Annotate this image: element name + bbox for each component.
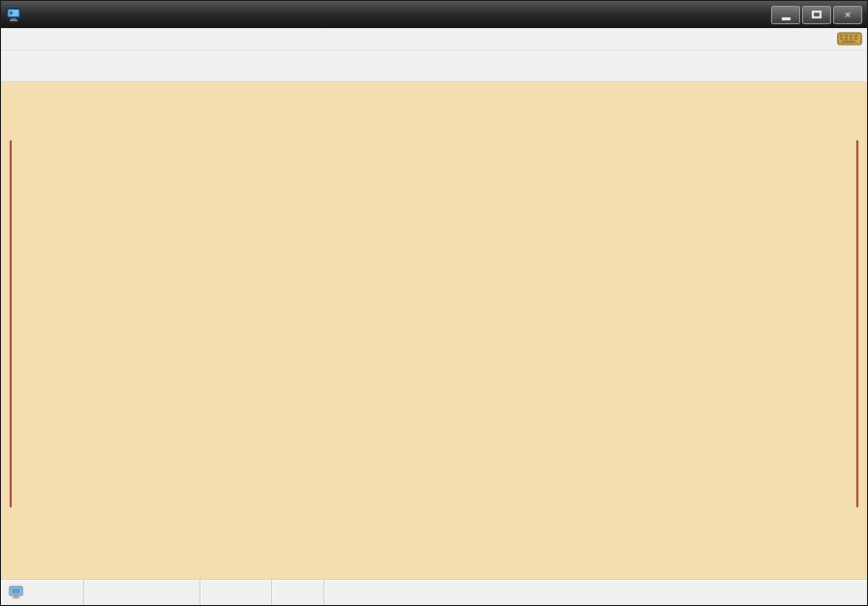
title-bar[interactable]: × xyxy=(1,1,867,28)
terminal-box-border-right xyxy=(856,140,858,507)
minimize-icon xyxy=(782,17,790,20)
terminal-box-border-left xyxy=(10,140,12,507)
window-controls: × xyxy=(771,6,862,24)
status-bar xyxy=(1,579,867,605)
close-icon: × xyxy=(845,10,851,20)
toolbar xyxy=(1,50,867,82)
session-monitor-icon xyxy=(9,586,24,599)
close-button[interactable]: × xyxy=(833,6,862,24)
app-window: × xyxy=(0,0,868,606)
maximize-icon xyxy=(812,11,822,18)
status-time-cell xyxy=(272,580,325,605)
minimize-button[interactable] xyxy=(771,6,800,24)
macro-icon[interactable] xyxy=(837,31,862,49)
status-session-cell xyxy=(1,580,84,605)
status-protocol-cell xyxy=(201,580,272,605)
menu-bar xyxy=(1,28,867,50)
app-icon xyxy=(6,7,21,22)
terminal-screen[interactable] xyxy=(1,82,867,579)
status-terminal-cell xyxy=(84,580,201,605)
maximize-button[interactable] xyxy=(802,6,831,24)
status-empty-cell xyxy=(325,580,867,605)
